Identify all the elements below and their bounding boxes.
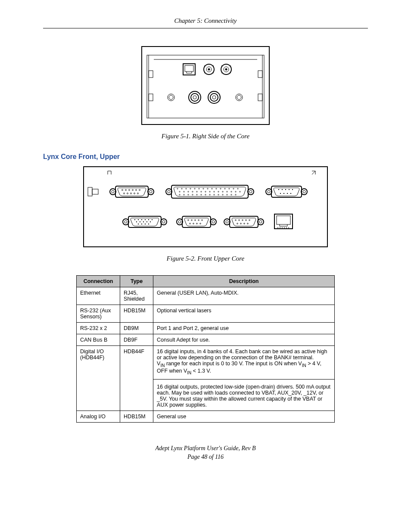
cell-connection: RS-232 x 2 [77, 323, 120, 334]
table-row: Analog I/O HDB15M General use [77, 411, 335, 423]
cell-type: HDB15M [120, 305, 153, 323]
svg-rect-119 [150, 221, 151, 222]
cell-type: DB9F [120, 334, 153, 346]
svg-rect-102 [283, 193, 284, 194]
svg-rect-122 [145, 224, 146, 224]
cell-connection: CAN Bus B [77, 334, 120, 346]
th-type: Type [120, 276, 153, 287]
cell-type: HDB15M [120, 411, 153, 423]
svg-point-14 [208, 68, 210, 71]
cell-connection: Ethernet [77, 287, 120, 305]
table-row: CAN Bus B DB9F Consult Adept for use. [77, 334, 335, 346]
svg-rect-112 [145, 219, 146, 220]
svg-rect-101 [280, 193, 281, 194]
figure-5-2-caption: Figure 5-2. Front Upper Core [43, 255, 368, 262]
svg-rect-117 [143, 221, 144, 222]
figure-5-1: Figure 5-1. Right Side of the Core [43, 46, 368, 140]
svg-rect-28 [84, 167, 327, 247]
svg-rect-114 [152, 219, 153, 220]
svg-rect-98 [285, 189, 286, 190]
figure-5-2: Figure 5-2. Front Upper Core [43, 166, 368, 262]
svg-rect-120 [138, 224, 139, 224]
chapter-header: Chapter 5: Connectivity [43, 17, 368, 28]
cell-description: 16 digital inputs, in 4 banks of 4. Each… [153, 346, 335, 411]
svg-point-17 [225, 68, 227, 71]
svg-rect-113 [148, 219, 149, 220]
svg-rect-111 [141, 219, 142, 220]
figure-5-1-caption: Figure 5-1. Right Side of the Core [43, 133, 368, 140]
th-description: Description [153, 276, 335, 287]
cell-connection: Analog I/O [77, 411, 120, 423]
section-heading-lynx-core-front-upper: Lynx Core Front, Upper [43, 153, 368, 161]
table-row: Ethernet RJ45, Shielded General (USER LA… [77, 287, 335, 305]
svg-rect-116 [140, 221, 140, 222]
cell-description: General use [153, 411, 335, 423]
svg-rect-96 [278, 189, 279, 190]
core-front-upper-diagram [83, 166, 328, 248]
core-right-side-diagram [141, 46, 270, 125]
cell-connection: RS-232 (Aux Sensors) [77, 305, 120, 323]
svg-rect-97 [282, 189, 283, 190]
cell-description: Consult Adept for use. [153, 334, 335, 346]
cell-description: Optional vertical lasers [153, 305, 335, 323]
footer-page-number: Page 48 of 116 [43, 453, 368, 461]
cell-type: DB9M [120, 323, 153, 334]
svg-rect-123 [148, 224, 149, 224]
th-connection: Connection [77, 276, 120, 287]
table-row: Digital I/O (HDB44F) HDB44F 16 digital i… [77, 346, 335, 411]
cell-description: Port 1 and Port 2, general use [153, 323, 335, 334]
cell-type: HDB44F [120, 346, 153, 411]
svg-rect-104 [290, 193, 291, 194]
table-header-row: Connection Type Description [77, 276, 335, 287]
svg-rect-100 [292, 189, 293, 190]
svg-rect-0 [142, 47, 269, 124]
cell-type: RJ45, Shielded [120, 287, 153, 305]
table-row: RS-232 x 2 DB9M Port 1 and Port 2, gener… [77, 323, 335, 334]
svg-rect-109 [134, 219, 135, 220]
cell-connection: Digital I/O (HDB44F) [77, 346, 120, 411]
svg-rect-121 [141, 224, 142, 224]
connections-table: Connection Type Description Ethernet RJ4… [76, 275, 335, 423]
cell-description: General (USER LAN), Auto-MDIX. [153, 287, 335, 305]
svg-rect-103 [287, 193, 288, 194]
svg-rect-118 [146, 221, 147, 222]
footer-guide-title: Adept Lynx Platform User's Guide, Rev B [43, 444, 368, 453]
svg-rect-115 [136, 221, 137, 222]
page-footer: Adept Lynx Platform User's Guide, Rev B … [43, 444, 368, 461]
svg-rect-99 [289, 189, 290, 190]
svg-rect-110 [138, 219, 139, 220]
table-row: RS-232 (Aux Sensors) HDB15M Optional ver… [77, 305, 335, 323]
